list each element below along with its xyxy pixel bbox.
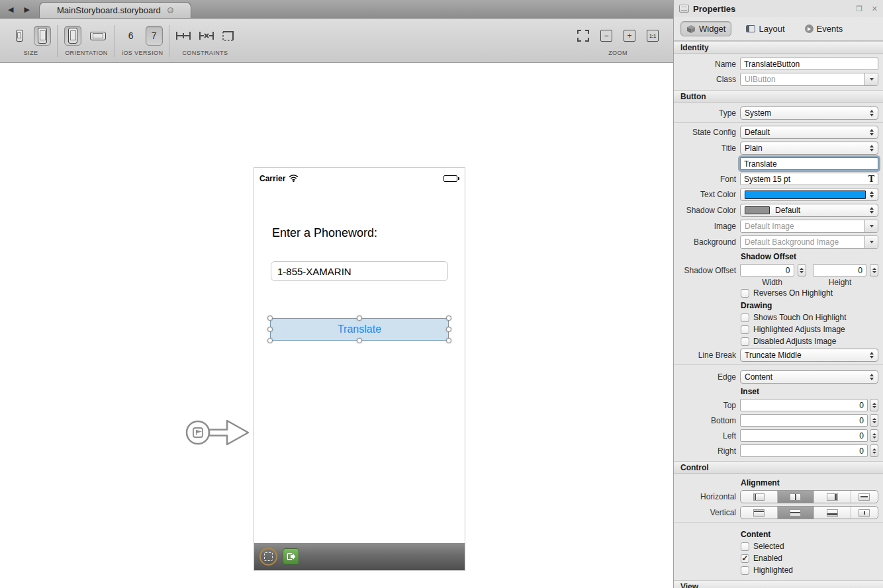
background-combo[interactable]: Default Background Image [740,235,878,249]
tab-layout[interactable]: Layout [741,22,790,36]
state-config-popup[interactable]: Default [740,126,878,139]
selection-handle-se[interactable] [446,338,451,343]
add-constraint-icon[interactable] [176,31,191,40]
selection-handle-w[interactable] [267,327,273,332]
line-break-popup[interactable]: Truncate Middle [740,349,878,362]
selection-handle-e[interactable] [446,327,451,332]
entry-point-arrow-icon[interactable] [185,415,251,452]
zoom-in-icon[interactable]: + [624,30,635,42]
background-dropdown-icon[interactable] [864,236,878,248]
zoom-actual-size-icon[interactable]: 1:1 [647,30,659,42]
zoom-out-icon[interactable]: − [600,30,612,42]
selected-checkbox[interactable] [741,542,749,551]
v-align-fill-segment[interactable] [851,507,878,519]
tab-mainstoryboard[interactable]: MainStoryboard.storyboard [39,2,191,18]
exit-segue-icon[interactable] [283,548,299,565]
shadow-width-input[interactable]: 0 [740,264,794,276]
orientation-portrait-button[interactable] [64,26,81,46]
v-align-top-segment[interactable] [741,507,778,519]
highlighted-adjusts-checkbox[interactable] [741,325,749,334]
properties-panel: Properties ❐ ✕ Widget Layout Events Iden… [673,0,883,588]
view-controller-icon[interactable] [259,548,277,566]
edge-popup[interactable]: Content [740,370,878,384]
selection-handle-ne[interactable] [446,315,451,321]
design-canvas[interactable]: Carrier Enter a Phoneword: 1-855-XAMARIN… [0,63,673,588]
h-align-left-segment[interactable] [741,491,778,503]
shadow-width-stepper[interactable] [798,264,806,276]
shadow-color-popup[interactable]: Default [740,204,878,217]
shadow-color-row: Shadow Color Default [674,202,883,218]
zoom-fit-icon[interactable] [577,30,589,42]
title-popup[interactable]: Plain [740,142,878,155]
highlighted-adjusts-label: Highlighted Adjusts Image [753,325,845,334]
image-combo[interactable]: Default Image [740,220,878,233]
shadow-height-input[interactable]: 0 [813,264,867,276]
resize-frame-icon[interactable] [222,31,234,41]
font-input[interactable]: System 15 pt T [740,173,878,185]
tab-widget[interactable]: Widget [680,21,731,36]
section-button[interactable]: Button [674,90,883,103]
image-row: Image Default Image [674,218,883,234]
image-dropdown-icon[interactable] [864,220,878,232]
type-popup[interactable]: System [740,106,878,120]
shadow-height-stepper[interactable] [870,264,878,276]
class-value: UIButton [741,75,864,84]
h-align-fill-segment[interactable] [851,491,878,503]
inset-top-stepper[interactable] [870,399,878,411]
width-label: Width [741,278,804,287]
size-iphone35-button[interactable] [11,26,28,46]
title-text-input[interactable]: Translate [740,157,878,170]
nav-back-icon[interactable]: ◀ [8,6,13,13]
class-combo[interactable]: UIButton [740,73,878,86]
section-control[interactable]: Control [674,461,883,474]
tab-events[interactable]: Events [800,22,849,36]
section-identity[interactable]: Identity [674,41,883,54]
section-view[interactable]: View [674,580,883,588]
inset-right-stepper[interactable] [870,444,878,457]
h-align-left-icon [753,493,765,501]
class-dropdown-icon[interactable] [864,73,878,85]
selection-handle-n[interactable] [357,315,362,321]
selection-handle-s[interactable] [357,338,362,343]
ios7-button[interactable]: 7 [146,26,163,46]
orientation-landscape-button[interactable] [87,26,109,46]
inset-right-input[interactable]: 0 [740,444,868,457]
nav-forward-icon[interactable]: ▶ [24,6,29,13]
inset-left-input[interactable]: 0 [740,429,868,442]
inset-bottom-stepper[interactable] [870,414,878,427]
v-align-bottom-segment[interactable] [814,507,851,519]
view-controller[interactable]: Carrier Enter a Phoneword: 1-855-XAMARIN… [254,167,465,571]
font-picker-icon[interactable]: T [864,174,874,185]
shows-touch-checkbox[interactable] [741,314,749,322]
document-tab-bar: ◀ ▶ MainStoryboard.storyboard [0,0,673,19]
size-iphone4-button[interactable] [34,26,51,46]
disabled-adjusts-checkbox[interactable] [741,337,749,346]
enabled-checkbox[interactable]: ✓ [741,554,749,563]
portrait-phone-icon [68,28,77,44]
constraints-group-label: CONSTRAINTS [182,50,228,56]
remove-constraint-icon[interactable] [199,31,214,40]
shadow-offset-label: Shadow Offset [674,266,736,275]
h-align-right-segment[interactable] [814,491,851,503]
phoneword-text-field[interactable]: 1-855-XAMARIN [271,261,448,281]
h-align-center-segment[interactable] [778,491,815,503]
ios6-button[interactable]: 6 [122,26,140,46]
inset-bottom-input[interactable]: 0 [740,414,868,427]
close-panel-icon[interactable]: ✕ [872,5,878,13]
selection-handle-nw[interactable] [267,315,273,321]
phoneword-prompt-label[interactable]: Enter a Phoneword: [272,226,377,240]
dock-panel-icon[interactable]: ❐ [856,5,862,13]
selection-handle-sw[interactable] [267,338,273,343]
class-row: Class UIButton [674,71,883,87]
translate-button-canvas[interactable]: Translate [270,318,449,341]
inset-left-stepper[interactable] [870,429,878,442]
name-input[interactable]: TranslateButton [740,58,878,70]
shows-touch-row: Shows Touch On Highlight [674,312,883,323]
v-align-middle-segment[interactable] [778,507,815,519]
text-color-popup[interactable] [740,188,878,201]
inset-top-input[interactable]: 0 [740,399,868,411]
reverses-on-highlight-checkbox[interactable] [741,289,749,298]
inset-header: Inset [674,385,883,398]
highlighted-checkbox[interactable] [741,566,749,575]
reverses-on-highlight-row: Reverses On Highlight [674,287,883,299]
